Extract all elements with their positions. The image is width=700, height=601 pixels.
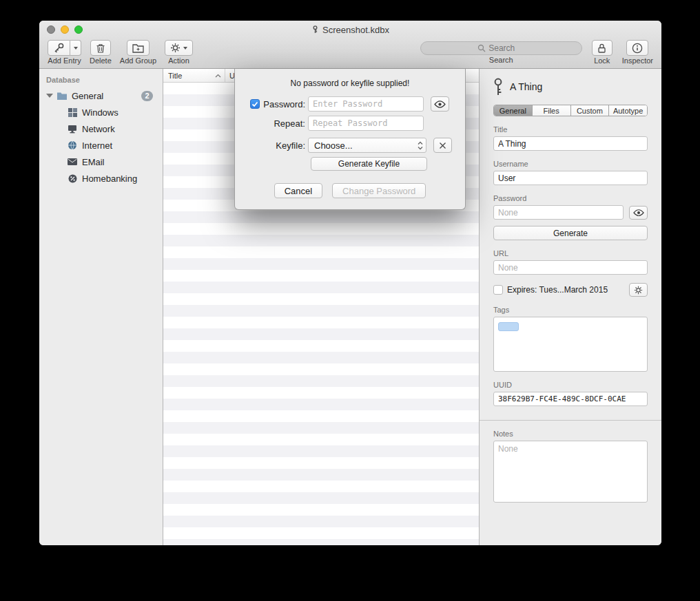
inspector-header: A Thing [493,77,648,96]
sort-ascending-icon [215,74,221,78]
password-row [493,205,648,220]
enter-password-input[interactable] [308,96,424,112]
repeat-password-input[interactable] [308,116,424,131]
lock-button[interactable] [592,40,612,56]
uuid-label: UUID [493,381,648,389]
sidebar-item-homebanking[interactable]: Homebanking [39,170,163,187]
uuid-field[interactable] [493,392,648,406]
reveal-password-button[interactable] [629,206,648,220]
tags-field[interactable] [493,317,648,372]
window-title: Screenshot.kdbx [322,25,389,35]
keyfile-value: Choose... [314,140,353,151]
sidebar-item-label: Homebanking [82,173,137,184]
zoom-button[interactable] [74,25,83,34]
sidebar-item-general[interactable]: General 2 [39,87,163,104]
minimize-button[interactable] [61,25,69,34]
sidebar-item-email[interactable]: EMail [39,154,163,170]
toolbar-item-action: Action [165,40,193,65]
entry-title: A Thing [510,81,542,92]
action-button[interactable] [165,40,193,56]
expires-settings-button[interactable] [629,283,648,297]
sidebar: Database General 2 Windows [39,69,163,545]
search-input[interactable] [488,43,524,53]
inspector-panel: A Thing General Files Custom Autotype Ti… [479,69,661,545]
search-icon [477,44,486,52]
title-field[interactable] [493,136,648,151]
column-title-label: Title [168,72,182,80]
inspector-tabs: General Files Custom Autotype [493,105,648,116]
repeat-label: Repeat: [247,118,308,129]
add-entry-button[interactable] [48,40,70,56]
add-entry-dropdown-button[interactable] [70,40,81,56]
chevron-down-icon [74,47,78,50]
password-sheet-dialog: No password or keyfile supplied! Passwor… [234,69,466,210]
desktop-background: Screenshot.kdbx Add Entry [0,0,700,601]
generate-button[interactable]: Generate [493,226,648,240]
add-group-label: Add Group [120,56,156,65]
search-field[interactable] [420,41,582,55]
sidebar-item-network[interactable]: Network [39,120,163,137]
toolbar-item-lock: Lock [592,40,612,65]
add-group-button[interactable] [127,40,150,56]
sidebar-item-label: Network [82,124,115,134]
delete-button[interactable] [90,40,111,56]
lock-icon [597,43,606,54]
tab-custom[interactable]: Custom [571,105,610,116]
username-field[interactable] [493,171,648,185]
toolbar: Add Entry Delete Add Group [39,39,661,69]
sidebar-item-label: Internet [82,140,112,151]
monitor-icon [67,125,78,134]
change-password-button[interactable]: Change Password [332,183,426,198]
expires-checkbox[interactable] [493,285,503,295]
clear-keyfile-button[interactable] [433,138,452,153]
percent-coin-icon [67,174,78,183]
url-field[interactable] [493,260,648,275]
password-label-group: Password: [247,99,308,109]
checkmark-icon [251,101,258,107]
tab-general[interactable]: General [494,105,533,116]
sidebar-item-windows[interactable]: Windows [39,104,163,120]
tags-label: Tags [493,306,648,314]
toolbar-item-add-entry: Add Entry [48,40,81,65]
inspector-divider [480,420,661,421]
toolbar-item-add-group: Add Group [120,40,156,65]
tab-autotype[interactable]: Autotype [609,105,647,116]
title-label: Title [493,125,648,134]
notes-label: Notes [493,430,648,438]
password-checkbox[interactable] [250,99,260,109]
add-entry-split-button [48,40,81,56]
sidebar-item-label: Windows [82,107,119,118]
action-label: Action [168,56,189,65]
tab-files[interactable]: Files [533,105,571,116]
sheet-actions: Cancel Change Password [247,183,453,198]
keyfile-dropdown[interactable]: Choose... [308,138,426,153]
toolbar-left-group: Add Entry Delete Add Group [48,40,193,65]
sheet-repeat-row: Repeat: [247,116,453,131]
gear-icon [170,43,181,53]
inspector-button[interactable] [626,40,648,56]
disclosure-triangle-icon[interactable] [46,94,53,98]
password-field[interactable] [493,205,624,220]
url-label: URL [493,249,648,257]
generate-keyfile-button[interactable]: Generate Keyfile [311,157,427,171]
folder-icon [56,92,68,101]
tag-token[interactable] [498,322,519,331]
cancel-button[interactable]: Cancel [274,183,322,198]
toolbar-right-group: Search Lock Inspector [420,40,653,65]
sheet-keyfile-row: Keyfile: Choose... [247,138,453,153]
reveal-password-button[interactable] [431,96,449,112]
expires-label: Expires: Tues...March 2015 [507,285,608,295]
add-entry-label: Add Entry [48,56,81,65]
window-title-area: Screenshot.kdbx [311,25,389,35]
toolbar-item-inspector: Inspector [622,40,653,65]
toolbar-item-delete: Delete [90,40,112,65]
sidebar-item-label: General [72,91,103,101]
password-label: Password [493,194,648,202]
column-header-title[interactable]: Title [163,69,225,82]
stepper-chevrons-icon [418,141,423,150]
notes-field[interactable] [493,441,648,503]
sidebar-item-internet[interactable]: Internet [39,137,163,154]
gear-icon [634,286,643,295]
eye-icon [633,209,644,216]
close-button[interactable] [47,25,55,34]
